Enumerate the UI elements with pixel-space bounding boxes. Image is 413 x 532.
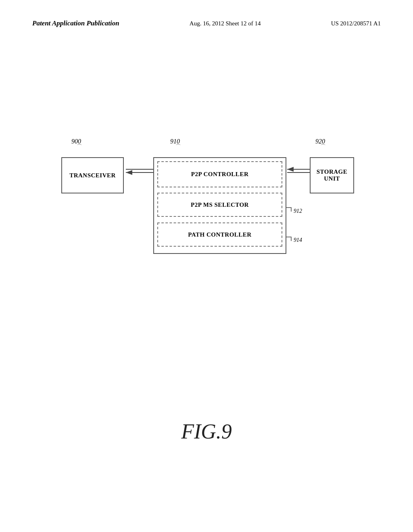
ref-914: 914 <box>294 237 302 243</box>
header-patent-number: US 2012/208571 A1 <box>331 20 381 27</box>
ref-912: 912 <box>294 208 302 214</box>
path-controller-label: PATH CONTROLLER <box>188 231 251 238</box>
ref-920-mark: ⌒ <box>320 143 326 151</box>
diagram-area: 900 ⌒ 910 ⌒ 920 ⌒ TRANSCEIVER P2P CONTRO… <box>32 129 381 274</box>
figure-caption: FIG.9 <box>0 420 413 443</box>
header-date-sheet: Aug. 16, 2012 Sheet 12 of 14 <box>190 20 261 27</box>
p2p-controller-box: P2P CONTROLLER <box>157 161 282 187</box>
diagram-container: 900 ⌒ 910 ⌒ 920 ⌒ TRANSCEIVER P2P CONTRO… <box>49 129 364 274</box>
storage-unit-label: STORAGE UNIT <box>317 168 348 182</box>
ref-910-mark: ⌒ <box>175 143 181 151</box>
p2p-controller-label: P2P CONTROLLER <box>191 171 248 178</box>
p2p-ms-selector-box: P2P MS SELECTOR <box>157 193 282 217</box>
transceiver-label: TRANSCEIVER <box>69 172 116 179</box>
page-header: Patent Application Publication Aug. 16, … <box>32 19 381 27</box>
ref-900-mark: ⌒ <box>77 143 82 151</box>
storage-unit-box: STORAGE UNIT <box>310 157 354 193</box>
path-controller-box: PATH CONTROLLER <box>157 222 282 247</box>
p2p-ms-selector-label: P2P MS SELECTOR <box>191 202 249 208</box>
header-publication-type: Patent Application Publication <box>32 19 119 27</box>
transceiver-box: TRANSCEIVER <box>61 157 124 193</box>
